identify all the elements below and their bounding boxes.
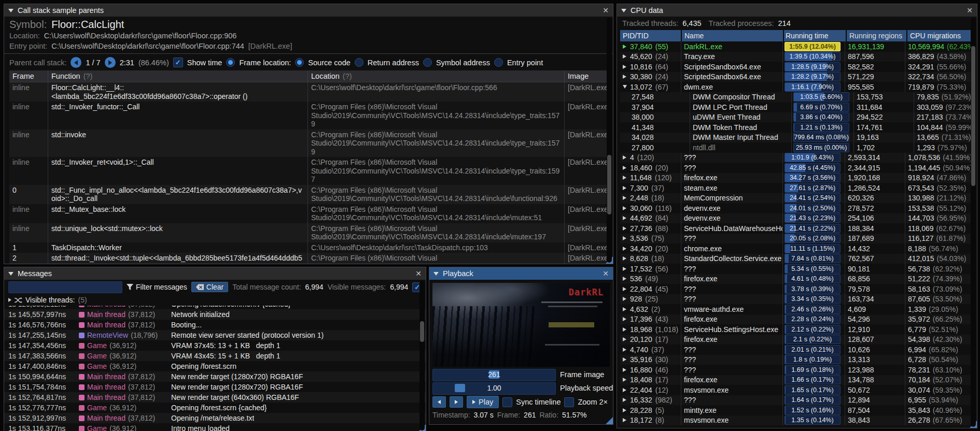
callstack-frame-row[interactable]: 1TaskDispatch::WorkerC:\Users\wolf\Deskt… [9, 242, 608, 253]
collapse-icon[interactable] [8, 272, 13, 276]
expand-icon[interactable] [623, 378, 630, 382]
cpu-scrollbar[interactable] [971, 18, 976, 427]
cpu-process-row[interactable]: 27,800ntdll.dll25.93 ms (0.00%)1,7021,29… [620, 142, 974, 153]
message-row[interactable]: 1s 147,383,566nsGame(36,912)VRAM 43x45: … [4, 351, 426, 361]
cpu-process-row[interactable]: 7,300(37)steam.exe27.61 s (2.87%)1,286,5… [620, 183, 974, 193]
playback-speed-slider[interactable]: 1.00 [432, 382, 556, 395]
cpu-process-row[interactable]: 37,904DWM LPC Port Thread6.69 s (0.70%)3… [620, 102, 974, 112]
expand-icon[interactable] [623, 155, 630, 160]
column-header-running-time[interactable]: Running time [784, 30, 847, 41]
expand-icon[interactable] [623, 75, 630, 79]
scrollbar-grab[interactable] [420, 321, 424, 342]
cpu-process-row[interactable]: 18,408(17)firefox.exe1.66 s (0.17%)134,7… [620, 375, 974, 385]
cpu-titlebar[interactable]: CPU data ✕ [617, 4, 977, 17]
cpu-process-row[interactable]: 8,628(18)StandardCollector.Service.exe7.… [620, 254, 974, 264]
cpu-process-row[interactable]: 13,072(67)dwm.exe1:16.1 (7.90%)955,58571… [620, 82, 974, 92]
zoom-checkbox[interactable] [564, 397, 574, 407]
cpu-process-row[interactable]: 10,816(64)ScriptedSandbox64.exe1:28.5 (9… [620, 62, 974, 72]
cpu-process-row[interactable]: 4(120)???1:01.9 (6.43%)2,593,3141,078,53… [620, 153, 974, 163]
collapse-icon[interactable] [623, 85, 630, 89]
expand-icon[interactable] [623, 297, 630, 301]
column-header-image[interactable]: Image [565, 70, 613, 82]
next-frame-button[interactable] [450, 396, 463, 408]
filter-messages-control[interactable]: Filter messages [127, 283, 187, 291]
message-row[interactable]: 1s 120,335,212nsMain thread(37,812)Openi… [4, 306, 426, 309]
expand-icon[interactable] [623, 247, 630, 251]
cpu-process-row[interactable]: 35,916(30)???1.8 s (0.19%)13,3136,728(50… [620, 355, 974, 365]
message-row[interactable]: 1s 152,776,777nsGame(36,912)Opening /for… [4, 403, 426, 413]
expand-icon[interactable] [623, 226, 630, 231]
expand-icon[interactable] [623, 327, 630, 332]
sync-timeline-checkbox[interactable] [502, 397, 512, 407]
radio-source-code[interactable] [295, 58, 304, 67]
cpu-process-row[interactable]: 22,804(45)???3.78 s (0.39%)79,57858,163(… [620, 284, 974, 294]
cpu-process-row[interactable]: 30,380(24)ScriptedSandbox64.exe1:28.2 (9… [620, 72, 974, 82]
expand-icon[interactable] [623, 54, 630, 59]
cpu-process-row[interactable]: 4,632(2)vmware-authd.exe2.46 s (0.26%)4,… [620, 304, 974, 314]
cpu-process-row[interactable]: 45,620(24)Tracy.exe1:39.5 (10.34%)887,59… [620, 52, 974, 62]
messages-scrollbar[interactable] [419, 281, 425, 430]
column-header-function[interactable]: Function(?) [48, 70, 308, 82]
expand-icon[interactable] [623, 166, 630, 170]
cpu-process-row[interactable]: 34,420(20)chrome.exe11.11 s (1.15%)14,43… [620, 243, 974, 254]
expand-icon[interactable] [623, 196, 630, 200]
visible-threads-row[interactable]: Visible threads: (5) [4, 294, 426, 306]
cpu-process-row[interactable]: 30,060(116)devenv.exe24.01 s (2.50%)278,… [620, 203, 974, 213]
expand-icon[interactable] [623, 65, 630, 69]
message-row[interactable]: 1s 145,557,997nsMain thread(37,812)Netwo… [4, 309, 426, 320]
message-row[interactable]: 1s 152,912,997nsMain thread(37,812)Openi… [4, 413, 426, 423]
callstack-frame-row[interactable]: inlinestd::_Invoker_ret<void,1>::_CallC:… [9, 157, 608, 185]
callstack-frame-row[interactable]: 0std::_Func_impl_no_alloc<<lambda_5bc224… [9, 185, 608, 204]
cpu-process-row[interactable]: 28,228(5)mintty.exe1.52 s (0.16%)87,5043… [620, 405, 974, 415]
prev-frame-button[interactable] [432, 396, 446, 408]
expand-icon[interactable] [623, 287, 630, 291]
column-header-cpu-migrations[interactable]: CPU migrations [907, 30, 974, 41]
cpu-process-row[interactable]: 16,880(46)???1.69 s (0.18%)123,98878,231… [620, 365, 974, 375]
collapse-icon[interactable] [621, 9, 626, 12]
expand-icon[interactable] [623, 317, 630, 321]
callstack-scrollbar[interactable] [607, 18, 612, 263]
message-row[interactable]: 1s 147,354,456nsGame(36,912)VRAM 37x45: … [4, 340, 426, 351]
tree-expand-icon[interactable] [8, 298, 11, 302]
frame-image-slider[interactable]: 261 [432, 369, 556, 381]
cpu-process-row[interactable]: 17,396(43)firefox.exe2.28 s (0.24%)54,29… [620, 314, 974, 325]
radio-return-address[interactable] [355, 58, 363, 67]
expand-icon[interactable] [623, 236, 630, 240]
callstack-frame-row[interactable]: 2std::thread::_Invoke<std::tuple<<lambda… [9, 253, 608, 264]
expand-icon[interactable] [623, 307, 630, 311]
expand-icon[interactable] [623, 337, 630, 341]
cpu-process-row[interactable]: 41,348DWM Token Thread1.21 s (0.13%)174,… [620, 122, 974, 133]
collapse-icon[interactable] [433, 272, 439, 276]
expand-icon[interactable] [623, 256, 630, 261]
callstack-frame-row[interactable]: inlinestd::invokeC:\Program Files (x86)\… [9, 130, 608, 157]
play-button[interactable]: Play [467, 396, 499, 408]
cpu-process-row[interactable]: 18,460(20)???42.85 s (4.45%)2,344,9151,1… [620, 163, 974, 173]
messages-titlebar[interactable]: Messages ✕ [4, 267, 426, 280]
radio-entry-point[interactable] [494, 58, 503, 67]
expand-icon[interactable] [623, 408, 630, 412]
callstack-titlebar[interactable]: Call stack sample parents ✕ [4, 4, 613, 17]
expand-icon[interactable] [623, 277, 630, 281]
cpu-process-row[interactable]: 536(49)firefox.exe4.61 s (0.48%)68,85651… [620, 274, 974, 284]
column-header-location[interactable]: Location(?) [308, 70, 565, 82]
message-row[interactable]: 1s 150,994,644nsMain thread(37,812)New r… [4, 371, 426, 382]
callstack-frame-row[interactable]: inlinestd::unique_lock<std::mutex>::lock… [9, 223, 608, 242]
close-icon[interactable]: ✕ [603, 7, 609, 14]
cpu-process-row[interactable]: 27,548DWM Compositor Thread1:03.5 (6.60%… [620, 92, 974, 103]
cpu-process-row[interactable]: 4,740(37)???2.01 s (0.21%)10,6266,994(65… [620, 344, 974, 355]
message-row[interactable]: 1s 153,116,377nsGame(36,912)Intro menu l… [4, 423, 426, 431]
cpu-process-row[interactable]: 2,448(18)MemCompression24.41 s (2.54%)62… [620, 193, 974, 204]
expand-icon[interactable] [623, 348, 630, 352]
expand-icon[interactable] [623, 368, 630, 372]
prev-callstack-button[interactable] [71, 57, 81, 68]
message-row[interactable]: 1s 151,754,784nsMain thread(37,812)New r… [4, 382, 426, 392]
show-time-checkbox[interactable] [173, 58, 183, 67]
message-row[interactable]: 1s 146,576,766nsMain thread(37,812)Booti… [4, 320, 426, 330]
cpu-process-row[interactable]: 34,028DWM Master Input Thread799.64 ms (… [620, 133, 974, 143]
filter-input[interactable] [8, 281, 122, 293]
scrollbar-grab[interactable] [971, 46, 975, 186]
column-header-pid-tid[interactable]: PID/TID [620, 30, 682, 41]
callstack-frame-row[interactable]: inlinestd::_Mutex_base::lockC:\Program F… [9, 204, 608, 223]
expand-icon[interactable] [623, 206, 630, 210]
cpu-process-row[interactable]: 22,404(12)msvsmon.exe1.65 s (0.17%)50,67… [620, 385, 974, 395]
